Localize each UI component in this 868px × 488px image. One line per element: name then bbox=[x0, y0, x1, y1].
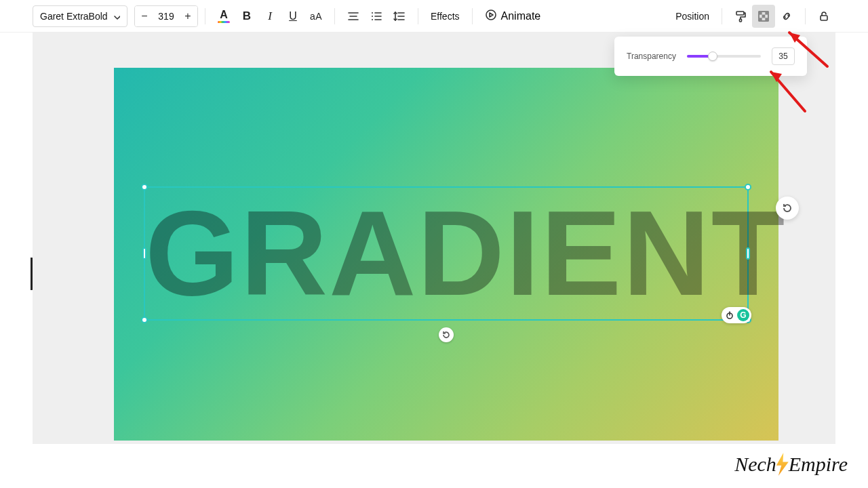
italic-button[interactable]: I bbox=[258, 5, 281, 28]
svg-rect-17 bbox=[765, 12, 768, 15]
animate-icon bbox=[485, 9, 497, 24]
bold-icon: B bbox=[243, 9, 251, 23]
list-button[interactable] bbox=[365, 5, 388, 28]
animate-button[interactable]: Animate bbox=[479, 5, 547, 28]
svg-rect-19 bbox=[759, 18, 762, 21]
case-icon: aA bbox=[310, 11, 322, 22]
resize-handle-mr[interactable] bbox=[746, 247, 750, 260]
chevron-down-icon bbox=[113, 13, 120, 20]
transparency-input[interactable]: 35 bbox=[772, 47, 795, 65]
svg-point-3 bbox=[372, 12, 373, 14]
text-color-button[interactable]: A bbox=[212, 5, 235, 28]
link-button[interactable] bbox=[775, 5, 798, 28]
canvas-text[interactable]: GRADIENT bbox=[145, 193, 747, 314]
italic-icon: I bbox=[268, 9, 272, 23]
unlock-icon bbox=[818, 10, 830, 22]
text-selection-box[interactable]: GRADIENT G bbox=[144, 186, 749, 321]
underline-icon: U bbox=[289, 10, 297, 22]
divider bbox=[805, 8, 806, 24]
font-size-stepper: − 319 + bbox=[134, 5, 198, 27]
align-center-icon bbox=[347, 10, 359, 22]
bolt-icon bbox=[772, 453, 793, 476]
spacing-button[interactable] bbox=[388, 5, 411, 28]
refresh-icon bbox=[781, 202, 793, 214]
transparency-popover: Transparency 35 bbox=[614, 37, 807, 76]
power-icon bbox=[725, 310, 734, 320]
font-size-decrease-button[interactable]: − bbox=[135, 6, 154, 26]
link-icon bbox=[781, 10, 793, 22]
resize-handle-ml[interactable] bbox=[142, 247, 146, 260]
bold-button[interactable]: B bbox=[235, 5, 258, 28]
svg-point-7 bbox=[372, 19, 373, 20]
divider bbox=[334, 8, 335, 24]
effects-button[interactable]: Effects bbox=[425, 5, 465, 28]
grammarly-widget[interactable]: G bbox=[722, 307, 751, 323]
lock-button[interactable] bbox=[812, 5, 835, 28]
grammarly-icon: G bbox=[737, 309, 749, 321]
spacing-icon bbox=[393, 10, 406, 22]
divider bbox=[205, 8, 205, 24]
paint-roller-icon bbox=[734, 10, 747, 22]
svg-rect-13 bbox=[736, 12, 744, 15]
watermark-left: Nech bbox=[734, 453, 776, 476]
copy-style-button[interactable] bbox=[729, 5, 752, 28]
resize-handle-bl[interactable] bbox=[141, 317, 148, 323]
divider bbox=[418, 8, 418, 24]
workspace: GRADIENT G bbox=[33, 33, 835, 444]
animate-label: Animate bbox=[501, 10, 541, 22]
top-toolbar: Garet ExtraBold − 319 + A B I U aA Effec… bbox=[0, 0, 868, 33]
svg-point-12 bbox=[486, 10, 496, 20]
underline-button[interactable]: U bbox=[281, 5, 304, 28]
text-color-icon: A bbox=[218, 9, 230, 23]
list-icon bbox=[370, 10, 382, 22]
font-family-select[interactable]: Garet ExtraBold bbox=[33, 5, 127, 27]
font-size-value[interactable]: 319 bbox=[154, 11, 178, 22]
regenerate-button[interactable] bbox=[776, 197, 799, 220]
svg-rect-21 bbox=[821, 16, 827, 20]
watermark-right: Empire bbox=[789, 453, 848, 476]
font-size-increase-button[interactable]: + bbox=[178, 6, 197, 26]
resize-handle-tr[interactable] bbox=[745, 184, 751, 190]
align-button[interactable] bbox=[342, 5, 365, 28]
position-button[interactable]: Position bbox=[670, 5, 715, 28]
text-case-button[interactable]: aA bbox=[304, 5, 328, 28]
divider bbox=[472, 8, 473, 24]
rotate-handle[interactable] bbox=[439, 327, 454, 342]
font-family-value: Garet ExtraBold bbox=[40, 11, 108, 22]
transparency-button[interactable] bbox=[752, 5, 775, 28]
transparency-icon bbox=[757, 10, 770, 22]
svg-point-5 bbox=[372, 16, 373, 17]
rotate-icon bbox=[441, 330, 451, 340]
transparency-slider[interactable] bbox=[687, 52, 761, 61]
svg-rect-20 bbox=[765, 18, 768, 21]
svg-rect-14 bbox=[740, 19, 742, 22]
design-canvas[interactable]: GRADIENT G bbox=[114, 68, 778, 441]
slider-thumb[interactable] bbox=[708, 52, 717, 61]
transparency-label: Transparency bbox=[627, 52, 676, 61]
divider bbox=[722, 8, 722, 24]
svg-rect-18 bbox=[762, 14, 766, 18]
svg-rect-16 bbox=[759, 12, 762, 15]
watermark: Nech Empire bbox=[734, 453, 848, 476]
resize-handle-tl[interactable] bbox=[141, 184, 148, 190]
